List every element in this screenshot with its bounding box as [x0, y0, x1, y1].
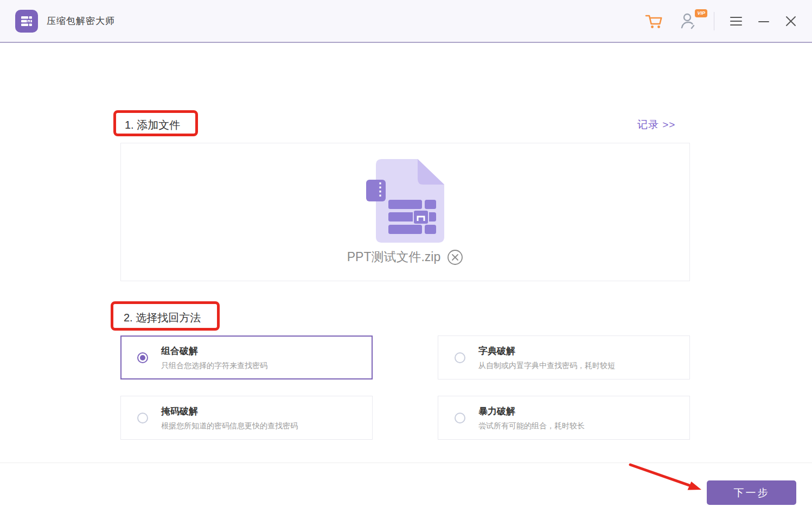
records-link[interactable]: 记录 >>	[637, 118, 675, 132]
app-title: 压缩包解密大师	[47, 15, 115, 27]
footer-divider	[0, 463, 812, 463]
file-name: PPT测试文件.zip	[347, 249, 441, 265]
option-combination-crack[interactable]: 组合破解 只组合您选择的字符来查找密码	[120, 336, 373, 379]
step1-title: 1. 添加文件	[125, 118, 180, 132]
option-label: 掩码破解	[161, 405, 298, 417]
archive-app-icon	[15, 10, 38, 33]
radio-selected-icon[interactable]	[137, 352, 148, 363]
method-options: 组合破解 只组合您选择的字符来查找密码 字典破解 从自制或内置字典中查找密码，耗…	[120, 336, 690, 440]
option-desc: 只组合您选择的字符来查找密码	[161, 361, 267, 371]
radio-icon[interactable]	[137, 413, 148, 423]
remove-file-icon[interactable]	[447, 249, 463, 265]
option-desc: 尝试所有可能的组合，耗时较长	[478, 421, 585, 431]
option-label: 暴力破解	[478, 405, 585, 417]
vip-badge: VIP	[695, 9, 707, 17]
title-bar: 压缩包解密大师 VIP	[0, 0, 812, 43]
option-dictionary-crack[interactable]: 字典破解 从自制或内置字典中查找密码，耗时较短	[438, 336, 690, 379]
user-vip-icon[interactable]: VIP	[679, 11, 699, 31]
minimize-icon[interactable]	[758, 15, 770, 27]
cart-icon[interactable]	[644, 11, 664, 31]
option-bruteforce-crack[interactable]: 暴力破解 尝试所有可能的组合，耗时较长	[438, 396, 690, 440]
header-divider	[714, 12, 714, 30]
app-window: { "app": { "title": "压缩包解密大师", "vip_badg…	[0, 0, 812, 519]
option-desc: 根据您所知道的密码信息更快的查找密码	[161, 421, 298, 431]
radio-icon[interactable]	[455, 352, 465, 363]
file-drop-area[interactable]: PPT测试文件.zip	[120, 143, 690, 281]
next-button[interactable]: 下一步	[707, 480, 796, 505]
option-label: 组合破解	[161, 345, 267, 357]
option-desc: 从自制或内置字典中查找密码，耗时较短	[478, 361, 615, 371]
option-mask-crack[interactable]: 掩码破解 根据您所知道的密码信息更快的查找密码	[120, 396, 373, 440]
red-arrow-annotation	[624, 459, 711, 498]
radio-icon[interactable]	[455, 413, 465, 423]
step2-title: 2. 选择找回方法	[124, 311, 201, 325]
close-icon[interactable]	[785, 15, 797, 27]
zip-file-icon	[366, 159, 445, 243]
option-label: 字典破解	[478, 345, 615, 357]
hamburger-menu-icon[interactable]	[730, 15, 743, 28]
